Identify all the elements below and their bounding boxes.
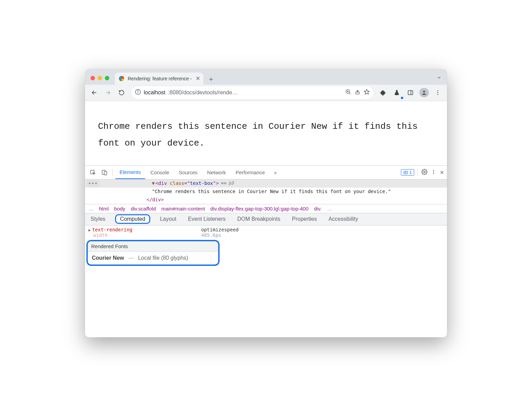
devtools-tabs: Elements Console Sources Network Perform… (85, 166, 447, 179)
svg-rect-21 (404, 171, 408, 174)
devtools-panel: Elements Console Sources Network Perform… (85, 165, 447, 337)
rendered-fonts-header: Rendered Fonts (88, 241, 218, 252)
breadcrumb-item[interactable]: div.scaffold (131, 206, 156, 212)
close-devtools-button[interactable]: ✕ (440, 170, 444, 176)
devtools-menu-icon[interactable] (431, 169, 436, 176)
new-tab-button[interactable]: ＋ (206, 74, 216, 85)
more-tabs-icon[interactable]: » (270, 167, 281, 178)
tab-strip: Rendering: feature reference - ✕ ＋ (85, 69, 447, 85)
expand-icon[interactable]: ▶ (88, 228, 91, 232)
share-icon[interactable] (355, 89, 360, 96)
tab-console[interactable]: Console (146, 166, 173, 179)
selected-element[interactable]: ▼<div class="text-box">==$0 (150, 179, 234, 188)
subtab-computed[interactable]: Computed (115, 214, 151, 224)
subtab-dom-breakpoints[interactable]: DOM Breakpoints (235, 215, 282, 223)
svg-marker-11 (364, 90, 369, 94)
svg-point-15 (437, 90, 438, 91)
svg-line-6 (349, 93, 351, 94)
styles-subtabs: Styles Computed Layout Event Listeners D… (85, 213, 447, 226)
font-name: Courier New (92, 255, 124, 261)
page-content: Chrome renders this sentence in Courier … (85, 101, 447, 166)
experiments-icon[interactable] (391, 87, 403, 98)
breadcrumb-right-overflow[interactable]: … (327, 206, 332, 212)
forward-button[interactable] (102, 87, 114, 98)
dom-breadcrumb[interactable]: … html body div.scaffold main#main-conte… (85, 204, 447, 213)
avatar-icon (419, 88, 429, 97)
computed-row[interactable]: ▶text-rendering optimizespeed (85, 227, 447, 232)
svg-point-4 (138, 91, 138, 91)
maximize-window-button[interactable] (105, 76, 109, 80)
breadcrumb-item[interactable]: div.display-flex.gap-top-300.lg\:gap-top… (210, 206, 308, 212)
font-source: Local file (80 glyphs) (138, 255, 188, 261)
window-controls (90, 76, 109, 80)
tab-elements[interactable]: Elements (115, 166, 145, 179)
svg-point-14 (423, 91, 425, 93)
svg-rect-20 (104, 172, 107, 175)
svg-point-26 (433, 172, 434, 173)
browser-tab[interactable]: Rendering: feature reference - ✕ (115, 72, 204, 85)
close-tab-button[interactable]: ✕ (196, 75, 200, 82)
reload-button[interactable] (116, 87, 127, 98)
subtab-event-listeners[interactable]: Event Listeners (186, 215, 227, 223)
closing-tag: </div> (146, 197, 164, 202)
svg-point-27 (433, 173, 434, 174)
zoom-icon[interactable] (345, 89, 351, 96)
tab-title: Rendering: feature reference - (128, 76, 193, 81)
tab-sources[interactable]: Sources (175, 166, 202, 179)
browser-toolbar: localhost:8080/docs/devtools/rende… (85, 85, 447, 101)
subtab-styles[interactable]: Styles (88, 215, 108, 223)
collapsed-ellipsis-icon[interactable]: ••• (87, 180, 99, 187)
subtab-properties[interactable]: Properties (290, 215, 319, 223)
minimize-window-button[interactable] (98, 76, 102, 80)
element-text-content: "Chrome renders this sentence in Courier… (85, 188, 447, 196)
breadcrumb-item[interactable]: main#main-content (162, 206, 205, 212)
close-window-button[interactable] (90, 76, 95, 80)
computed-panel: ▶text-rendering optimizespeed width 485.… (85, 226, 447, 266)
breadcrumb-item[interactable]: html (99, 206, 109, 212)
issues-badge[interactable]: 1 (401, 169, 414, 176)
tabs-menu-button[interactable] (437, 75, 442, 81)
sample-text: Chrome renders this sentence in Courier … (98, 118, 434, 152)
settings-icon[interactable] (421, 169, 428, 176)
address-bar[interactable]: localhost:8080/docs/devtools/rende… (131, 86, 373, 99)
rendered-fonts-section: Rendered Fonts Courier New — Local file … (85, 240, 447, 266)
breadcrumb-item[interactable]: div. (314, 206, 322, 212)
chrome-favicon-icon (118, 75, 125, 82)
issues-count: 1 (409, 170, 412, 175)
expand-toggle-icon[interactable]: ▼ (152, 180, 155, 186)
rendered-font-entry: Courier New — Local file (80 glyphs) (88, 252, 218, 265)
bookmark-icon[interactable] (364, 89, 370, 96)
browser-window: Rendering: feature reference - ✕ ＋ local… (85, 69, 447, 337)
svg-point-16 (437, 92, 438, 93)
inspect-icon[interactable] (88, 167, 98, 178)
tab-network[interactable]: Network (203, 166, 230, 179)
profile-button[interactable] (418, 87, 430, 98)
computed-row[interactable]: width 485.6px (85, 232, 447, 238)
browser-menu-button[interactable] (432, 87, 444, 98)
site-info-icon[interactable] (135, 89, 141, 96)
tab-performance[interactable]: Performance (232, 166, 269, 179)
extensions-icon[interactable] (377, 87, 389, 98)
svg-point-24 (424, 171, 425, 173)
svg-rect-12 (408, 91, 413, 95)
side-panel-icon[interactable] (405, 87, 416, 98)
breadcrumb-left-overflow[interactable]: … (88, 206, 94, 212)
breadcrumb-item[interactable]: body (114, 206, 125, 212)
url-path: :8080/docs/devtools/rende… (168, 90, 238, 96)
device-toggle-icon[interactable] (99, 167, 110, 178)
subtab-accessibility[interactable]: Accessibility (326, 215, 360, 223)
elements-tree[interactable]: ••• ▼<div class="text-box">==$0 "Chrome … (85, 179, 447, 204)
url-host: localhost (144, 90, 165, 96)
subtab-layout[interactable]: Layout (158, 215, 178, 223)
svg-point-17 (437, 94, 438, 95)
svg-point-25 (433, 170, 434, 171)
back-button[interactable] (88, 87, 100, 98)
notification-dot-icon (401, 97, 403, 99)
